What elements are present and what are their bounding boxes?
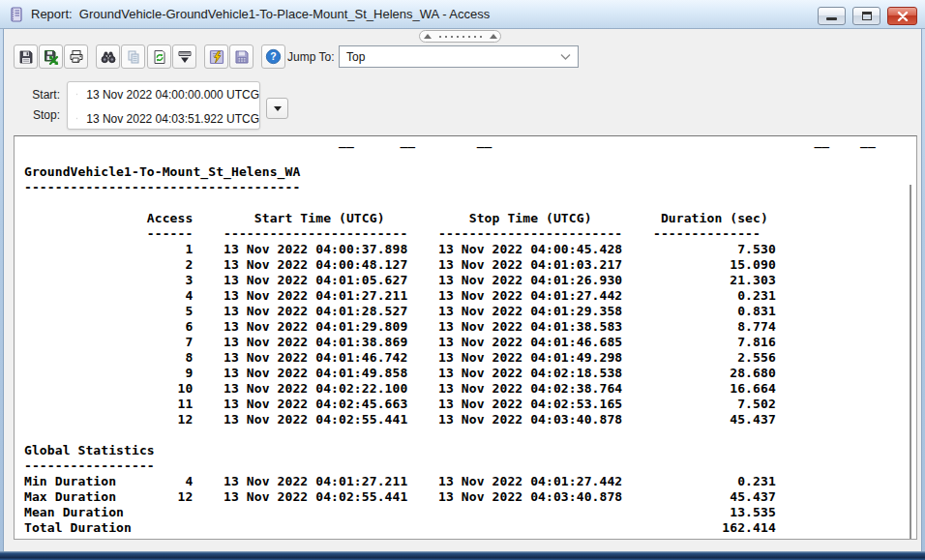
scroll-bottom-icon — [177, 49, 193, 65]
window-frame-bottom — [0, 551, 925, 560]
excel-export-icon — [44, 49, 59, 65]
binoculars-icon — [101, 49, 116, 65]
titlebar[interactable]: Report: GroundVehicle-GroundVehicle1-To-… — [0, 0, 925, 29]
save-button[interactable] — [14, 44, 38, 69]
toolbar-collapse-grip[interactable] — [419, 30, 501, 43]
time-range-box: 13 Nov 2022 04:00:00.000 UTCG 13 Nov 202… — [67, 81, 260, 130]
dropdown-arrow-icon — [274, 106, 282, 111]
stop-label: Stop: — [0, 108, 60, 122]
edit-report-style-button[interactable] — [204, 44, 228, 69]
jump-to-dropdown[interactable]: Top — [339, 45, 579, 68]
collapse-up-icon — [424, 34, 432, 39]
refresh-button[interactable] — [147, 44, 171, 69]
save-report-style-button[interactable] — [229, 44, 254, 69]
maximize-button[interactable] — [852, 7, 880, 25]
svg-text:?: ? — [270, 50, 276, 62]
start-time-value: 13 Nov 2022 04:00:00.000 UTCG — [86, 88, 259, 102]
close-icon — [897, 12, 909, 21]
report-window: Report: GroundVehicle-GroundVehicle1-To-… — [0, 0, 925, 560]
stop-time-value: 13 Nov 2022 04:03:51.922 UTCG — [86, 112, 259, 126]
save-icon — [18, 49, 34, 65]
report-view[interactable]: __ __ __ __ __ GroundVehicle1-To-Mount_S… — [14, 135, 917, 540]
grip-dots — [439, 36, 482, 38]
window-title: Report: GroundVehicle-GroundVehicle1-To-… — [31, 7, 490, 21]
jump-to-value: Top — [346, 50, 365, 64]
window-frame-right — [921, 0, 925, 560]
save-as-excel-button[interactable] — [39, 44, 63, 69]
start-time-field[interactable]: 13 Nov 2022 04:00:00.000 UTCG — [68, 82, 259, 106]
start-label: Start: — [0, 88, 60, 102]
print-icon — [69, 49, 84, 65]
stopwatch-icon — [76, 88, 77, 101]
help-icon: ? — [265, 48, 282, 65]
help-button[interactable]: ? — [261, 44, 285, 69]
stopwatch-icon — [76, 112, 77, 125]
find-button[interactable] — [96, 44, 120, 69]
copy-icon — [126, 49, 141, 65]
stop-time-field[interactable]: 13 Nov 2022 04:03:51.922 UTCG — [68, 106, 259, 131]
report-text: __ __ __ __ __ GroundVehicle1-To-Mount_S… — [24, 135, 876, 536]
maximize-icon — [862, 12, 872, 20]
copy-button — [121, 44, 145, 69]
refresh-icon — [152, 49, 167, 65]
lightning-style-icon — [209, 49, 224, 65]
jump-to-label: Jump To: — [287, 50, 334, 64]
close-button[interactable] — [887, 7, 917, 25]
save-style-icon — [234, 49, 250, 65]
minimize-button[interactable] — [818, 7, 846, 25]
print-button[interactable] — [64, 44, 88, 69]
vertical-scrollbar[interactable] — [910, 185, 911, 539]
report-notebook-icon — [9, 7, 24, 22]
chevron-down-icon — [560, 53, 571, 61]
collapse-up-icon — [490, 34, 497, 39]
minimize-icon — [826, 17, 837, 20]
time-options-dropdown-button[interactable] — [266, 98, 288, 119]
scroll-to-bottom-button[interactable] — [172, 44, 196, 69]
window-frame-left — [0, 0, 4, 560]
